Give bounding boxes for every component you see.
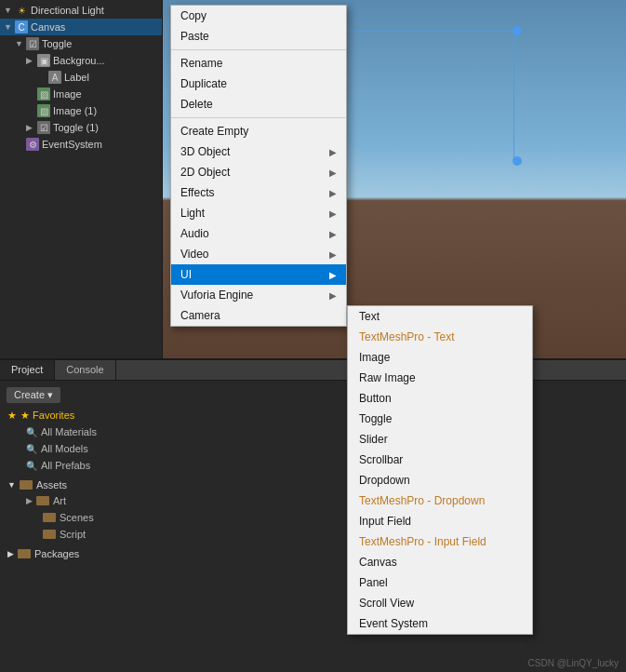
paste-label: Paste [180, 30, 209, 43]
submenu-raw-image[interactable]: Raw Image [348, 368, 532, 388]
context-paste[interactable]: Paste [171, 26, 346, 47]
assets-folder-icon [20, 480, 33, 490]
raw-image-label: Raw Image [359, 371, 416, 384]
separator-1 [171, 49, 346, 50]
hierarchy-item-label: Label [64, 72, 89, 83]
audio-label: Audio [180, 227, 209, 240]
context-ui[interactable]: UI ▶ [171, 264, 346, 285]
tab-project[interactable]: Project [0, 360, 55, 380]
2d-arrow-icon: ▶ [329, 168, 337, 178]
scenes-label: Scenes [60, 512, 94, 523]
context-2d-object[interactable]: 2D Object ▶ [171, 162, 346, 182]
hierarchy-item-toggle1[interactable]: ▶ ☑ Toggle (1) [0, 119, 162, 136]
all-models-label: All Models [41, 443, 88, 454]
submenu-textmeshpro-text[interactable]: TextMeshPro - Text [348, 327, 532, 347]
submenu-panel[interactable]: Panel [348, 572, 532, 593]
rename-label: Rename [180, 57, 222, 70]
context-copy[interactable]: Copy [171, 6, 346, 26]
context-light[interactable]: Light ▶ [171, 203, 346, 223]
context-3d-object[interactable]: 3D Object ▶ [171, 141, 346, 162]
submenu-toggle[interactable]: Toggle [348, 409, 532, 429]
label-icon: A [48, 71, 61, 84]
hierarchy-item-label: Directional Light [31, 5, 104, 16]
video-arrow-icon: ▶ [329, 249, 337, 260]
search-prefabs-icon: 🔍 [26, 461, 37, 471]
all-materials-label: All Materials [41, 426, 97, 437]
create-button[interactable]: Create ▾ [7, 387, 60, 403]
hierarchy-item-background[interactable]: ▶ ▣ Backgrou... [0, 52, 162, 69]
ui-arrow-icon: ▶ [329, 270, 337, 280]
submenu-textmeshpro-input[interactable]: TextMeshPro - Input Field [348, 531, 532, 552]
submenu-canvas[interactable]: Canvas [348, 552, 532, 572]
vuforia-label: Vuforia Engine [180, 289, 253, 302]
arrow-icon: ▼ [15, 39, 26, 48]
effects-arrow-icon: ▶ [329, 188, 337, 198]
hierarchy-item-canvas[interactable]: ▼ C Canvas [0, 19, 162, 35]
canvas-icon: C [15, 20, 28, 34]
submenu-scroll-view[interactable]: Scroll View [348, 593, 532, 613]
input-field-label: Input Field [359, 515, 411, 528]
hierarchy-item-toggle[interactable]: ▼ ☑ Toggle [0, 35, 162, 52]
submenu-slider[interactable]: Slider [348, 429, 532, 450]
hierarchy-item-directional-light[interactable]: ▼ ☀ Directional Light [0, 2, 162, 19]
packages-folder-icon [18, 549, 31, 558]
search-models-icon: 🔍 [26, 444, 37, 454]
scene-line-vertical [513, 31, 514, 159]
context-duplicate[interactable]: Duplicate [171, 74, 346, 94]
search-materials-icon: 🔍 [26, 427, 37, 437]
hierarchy-panel: ▼ ☀ Directional Light ▼ C Canvas ▼ ☑ Tog… [0, 0, 163, 358]
submenu-event-system[interactable]: Event System [348, 613, 532, 634]
submenu-text[interactable]: Text [348, 306, 532, 327]
packages-arrow-icon: ▶ [7, 549, 14, 558]
context-vuforia[interactable]: Vuforia Engine ▶ [171, 285, 346, 305]
context-delete[interactable]: Delete [171, 94, 346, 114]
all-prefabs-label: All Prefabs [41, 460, 90, 471]
panel-label: Panel [359, 576, 388, 589]
hierarchy-item-label[interactable]: A Label [0, 69, 162, 86]
art-arrow-icon: ▶ [26, 496, 33, 505]
submenu-image[interactable]: Image [348, 347, 532, 368]
hierarchy-item-image[interactable]: ▨ Image [0, 86, 162, 102]
hierarchy-item-label: Image (1) [53, 105, 97, 116]
assets-arrow-icon: ▼ [7, 480, 16, 490]
hierarchy-item-eventsystem[interactable]: ⚙ EventSystem [0, 136, 162, 153]
hierarchy-item-image1[interactable]: ▨ Image (1) [0, 102, 162, 119]
packages-label: Packages [34, 548, 79, 559]
context-rename[interactable]: Rename [171, 53, 346, 74]
bg-icon: ▣ [37, 54, 50, 67]
tab-console[interactable]: Console [55, 360, 115, 380]
assets-label: Assets [36, 479, 67, 491]
light-arrow-icon: ▶ [329, 208, 337, 219]
hierarchy-item-label: Toggle [42, 38, 72, 49]
separator-2 [171, 117, 346, 118]
3d-arrow-icon: ▶ [329, 147, 337, 157]
textmeshpro-input-label: TextMeshPro - Input Field [359, 535, 486, 548]
submenu-dropdown[interactable]: Dropdown [348, 470, 532, 491]
event-system-label: Event System [359, 617, 428, 630]
image-label: Image [359, 351, 390, 364]
context-audio[interactable]: Audio ▶ [171, 223, 346, 244]
submenu-scrollbar[interactable]: Scrollbar [348, 450, 532, 470]
context-camera[interactable]: Camera [171, 305, 346, 326]
text-label: Text [359, 310, 380, 323]
camera-label: Camera [180, 309, 220, 322]
arrow-icon: ▼ [4, 6, 15, 15]
ui-label: UI [180, 268, 192, 281]
context-effects[interactable]: Effects ▶ [171, 182, 346, 203]
submenu-button[interactable]: Button [348, 388, 532, 409]
favorites-star-icon: ★ [7, 410, 17, 422]
context-video[interactable]: Video ▶ [171, 244, 346, 264]
textmeshpro-dropdown-label: TextMeshPro - Dropdown [359, 494, 485, 507]
2d-object-label: 2D Object [180, 166, 230, 179]
hierarchy-item-label: Canvas [31, 21, 65, 33]
scroll-view-label: Scroll View [359, 597, 414, 610]
submenu-input-field[interactable]: Input Field [348, 511, 532, 531]
toggle-label: Toggle [359, 412, 392, 425]
scenes-folder-icon [43, 513, 56, 522]
image-icon: ▨ [37, 87, 50, 101]
light-icon: ☀ [15, 4, 28, 17]
submenu-textmeshpro-dropdown[interactable]: TextMeshPro - Dropdown [348, 491, 532, 511]
context-create-empty[interactable]: Create Empty [171, 121, 346, 141]
script-label: Script [60, 529, 86, 540]
hierarchy-item-label: Image [53, 88, 82, 100]
